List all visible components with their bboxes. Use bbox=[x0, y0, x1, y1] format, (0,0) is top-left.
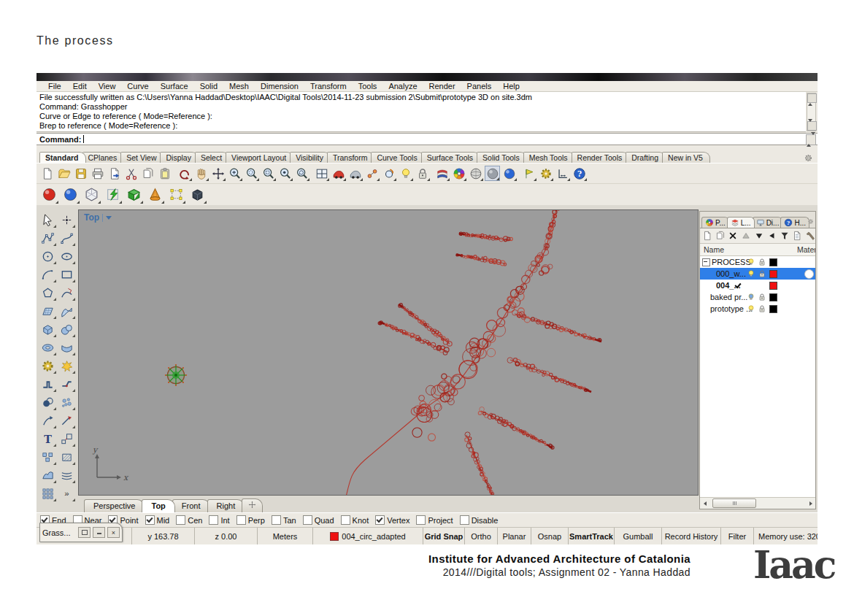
viewport-grid-icon[interactable] bbox=[314, 166, 329, 181]
menu-solid[interactable]: Solid bbox=[194, 82, 223, 91]
menu-mesh[interactable]: Mesh bbox=[223, 82, 255, 91]
scrollbar-thumb[interactable] bbox=[712, 498, 756, 508]
delete-layer-icon[interactable] bbox=[728, 230, 739, 242]
surface-icon[interactable] bbox=[39, 302, 57, 320]
polygon-icon[interactable] bbox=[39, 284, 57, 301]
boolean-icon[interactable] bbox=[39, 393, 57, 411]
osnap-tan[interactable]: Tan bbox=[272, 515, 296, 525]
layer-lock-icon[interactable] bbox=[758, 304, 766, 313]
osnap-vertex[interactable]: Vertex bbox=[375, 515, 409, 525]
layer-row-baked-pr-[interactable]: baked pr... bbox=[700, 291, 815, 303]
toolbar-tab-select[interactable]: Select bbox=[195, 152, 229, 163]
rendered-view-icon[interactable] bbox=[501, 166, 517, 181]
export-icon[interactable] bbox=[107, 166, 122, 181]
toolbar-tab-new-in-v5[interactable]: New in V5 bbox=[662, 152, 710, 163]
checkbox-icon[interactable] bbox=[236, 515, 246, 525]
osnap-int[interactable]: Int bbox=[209, 515, 229, 525]
osnap-quad[interactable]: Quad bbox=[303, 515, 334, 525]
panel-horizontal-scrollbar[interactable] bbox=[700, 497, 815, 509]
menu-analyze[interactable]: Analyze bbox=[382, 82, 423, 91]
osnap-mid[interactable]: Mid bbox=[145, 515, 170, 525]
status-toggle-filter[interactable]: Filter bbox=[720, 528, 753, 544]
pan-icon[interactable] bbox=[193, 166, 209, 181]
pointer-icon[interactable] bbox=[39, 211, 57, 228]
osnap-knot[interactable]: Knot bbox=[341, 515, 369, 525]
layer-visibility-bulb-icon[interactable] bbox=[747, 304, 755, 313]
ellipse-icon[interactable] bbox=[58, 247, 76, 265]
layer-lock-icon[interactable] bbox=[758, 293, 766, 301]
layer-lock-icon[interactable] bbox=[758, 258, 766, 266]
spheres-icon[interactable] bbox=[58, 320, 76, 338]
viewport-tab-front[interactable]: Front bbox=[172, 499, 210, 512]
panel-tab-p[interactable]: P... bbox=[701, 217, 729, 228]
checkbox-icon[interactable] bbox=[176, 515, 185, 525]
status-field-meters[interactable]: Meters bbox=[257, 528, 312, 544]
set-view-icon[interactable] bbox=[347, 166, 363, 181]
viewport-tab-top[interactable]: Top bbox=[142, 499, 174, 512]
layer-color-swatch[interactable] bbox=[769, 305, 777, 313]
toolbar-tab-viewport-layout[interactable]: Viewport Layout bbox=[226, 152, 293, 163]
toolbar-tab-cplanes[interactable]: CPlanes bbox=[82, 152, 125, 163]
more-icon[interactable]: » bbox=[58, 485, 76, 502]
panel-tab-h[interactable]: ?H... bbox=[780, 217, 809, 228]
contour-icon[interactable] bbox=[58, 466, 76, 484]
layer-material-dot[interactable] bbox=[804, 269, 814, 279]
osnap-project[interactable]: Project bbox=[416, 515, 453, 525]
control-points-icon[interactable] bbox=[167, 185, 185, 204]
layer-row-process[interactable]: PROCESS bbox=[700, 256, 815, 268]
status-toggle-gumball[interactable]: Gumball bbox=[614, 528, 661, 544]
new-layer-icon[interactable] bbox=[702, 230, 713, 242]
layer-color-swatch[interactable] bbox=[769, 270, 777, 278]
panel-gear-icon[interactable] bbox=[807, 217, 814, 228]
viewport-title[interactable]: Top bbox=[84, 212, 112, 223]
menu-surface[interactable]: Surface bbox=[155, 82, 194, 91]
dim-icon[interactable] bbox=[555, 166, 570, 181]
scroll-left-icon[interactable] bbox=[700, 498, 709, 508]
layer-visibility-bulb-icon[interactable] bbox=[747, 269, 755, 278]
menu-transform[interactable]: Transform bbox=[304, 82, 353, 91]
menu-render[interactable]: Render bbox=[423, 82, 461, 91]
detail-icon[interactable] bbox=[792, 230, 803, 242]
undo-icon[interactable] bbox=[177, 166, 192, 181]
scroll-down-icon[interactable] bbox=[807, 121, 817, 131]
viewport-tab-right[interactable]: Right bbox=[207, 499, 245, 512]
menu-edit[interactable]: Edit bbox=[67, 82, 93, 91]
color-wheel-icon[interactable] bbox=[451, 166, 466, 181]
rectangle-icon[interactable] bbox=[58, 266, 76, 283]
panel-tab-l[interactable]: L... bbox=[727, 217, 755, 228]
command-prompt[interactable]: Command: bbox=[36, 133, 818, 145]
toolbar-options-gear-icon[interactable] bbox=[804, 153, 813, 163]
osnap-cen[interactable]: Cen bbox=[176, 515, 202, 525]
toolbar-tab-mesh-tools[interactable]: Mesh Tools bbox=[523, 152, 575, 163]
toolbar-tab-set-view[interactable]: Set View bbox=[120, 152, 164, 163]
close-icon[interactable]: × bbox=[107, 527, 120, 538]
layer-row-004-[interactable]: 004_... bbox=[700, 280, 815, 291]
viewport-tab-perspective[interactable]: Perspective bbox=[84, 499, 145, 512]
restore-icon[interactable] bbox=[78, 527, 91, 538]
layer-row-000-w-[interactable]: 000_w... bbox=[700, 268, 815, 280]
hex-wire-icon[interactable] bbox=[82, 185, 101, 204]
new-file-icon[interactable] bbox=[39, 166, 55, 181]
patch-icon[interactable] bbox=[58, 302, 76, 320]
point-cloud-icon[interactable] bbox=[58, 393, 76, 411]
zoom-in-icon[interactable] bbox=[227, 166, 242, 181]
panel-tab-di[interactable]: Di... bbox=[753, 217, 783, 228]
status-field-004_circ_adapted[interactable]: 004_circ_adapted bbox=[312, 528, 423, 544]
menu-help[interactable]: Help bbox=[497, 82, 526, 91]
up-tri-icon[interactable] bbox=[741, 230, 752, 242]
menu-tools[interactable]: Tools bbox=[353, 82, 383, 91]
layer-visibility-bulb-icon[interactable] bbox=[747, 293, 755, 301]
checkbox-icon[interactable] bbox=[303, 515, 312, 525]
checkbox-icon[interactable] bbox=[145, 515, 155, 525]
menu-curve[interactable]: Curve bbox=[121, 82, 154, 91]
paste-icon[interactable] bbox=[157, 166, 172, 181]
layer-color-swatch[interactable] bbox=[769, 282, 777, 290]
circle-icon[interactable] bbox=[39, 247, 57, 265]
menu-view[interactable]: View bbox=[93, 82, 122, 91]
command-history-scrollbar[interactable] bbox=[807, 93, 816, 131]
lamp-icon[interactable] bbox=[398, 166, 413, 181]
sphere-red-icon[interactable] bbox=[40, 185, 58, 204]
green-mesh-object[interactable] bbox=[165, 364, 187, 386]
prompt-spinner[interactable] bbox=[806, 134, 816, 145]
viewport-canvas[interactable]: yx bbox=[79, 210, 699, 496]
